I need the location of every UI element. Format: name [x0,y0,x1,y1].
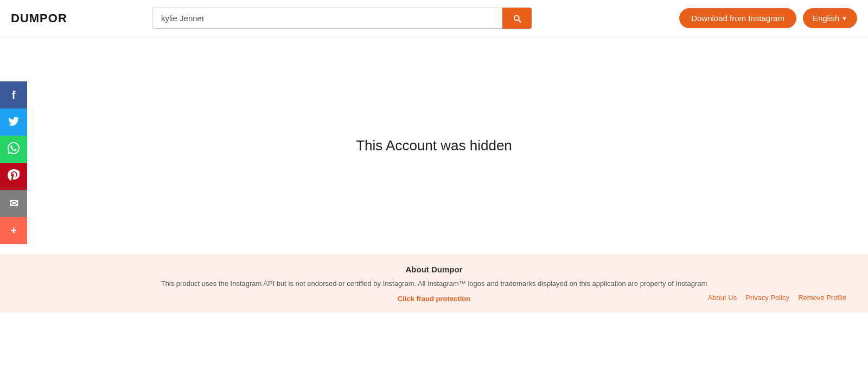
search-button[interactable] [502,8,532,29]
twitter-share-button[interactable] [0,109,27,136]
header-actions: Download from Instagram English ▼ [679,8,857,28]
email-share-button[interactable]: ✉ [0,190,27,217]
privacy-policy-link[interactable]: Privacy Policy [745,294,789,302]
email-icon: ✉ [9,197,18,210]
search-icon [512,14,522,23]
remove-profile-link[interactable]: Remove Profile [798,294,846,302]
social-sidebar: f ✉ + [0,81,27,244]
fraud-protection-link[interactable]: Click fraud protection [398,295,470,303]
hidden-account-message: This Account was hidden [345,94,523,197]
main-content: This Account was hidden [0,37,868,254]
pinterest-share-button[interactable] [0,163,27,190]
header: DUMPOR Download from Instagram English ▼ [0,0,868,37]
language-button[interactable]: English ▼ [803,8,857,28]
pinterest-icon [8,169,20,184]
plus-icon: + [10,225,17,237]
whatsapp-share-button[interactable] [0,136,27,163]
facebook-icon: f [12,89,16,101]
search-container [152,8,532,29]
logo[interactable]: DUMPOR [11,11,67,26]
more-share-button[interactable]: + [0,217,27,244]
language-label: English [813,14,839,23]
about-us-link[interactable]: About Us [708,294,737,302]
footer: About Dumpor This product uses the Insta… [0,254,868,313]
whatsapp-icon [8,142,20,157]
footer-title: About Dumpor [11,265,857,274]
download-instagram-button[interactable]: Download from Instagram [679,8,796,28]
footer-description: This product uses the Instagram API but … [11,278,857,289]
twitter-icon [8,115,20,130]
search-input[interactable] [152,8,502,29]
facebook-share-button[interactable]: f [0,81,27,109]
chevron-down-icon: ▼ [841,15,847,22]
